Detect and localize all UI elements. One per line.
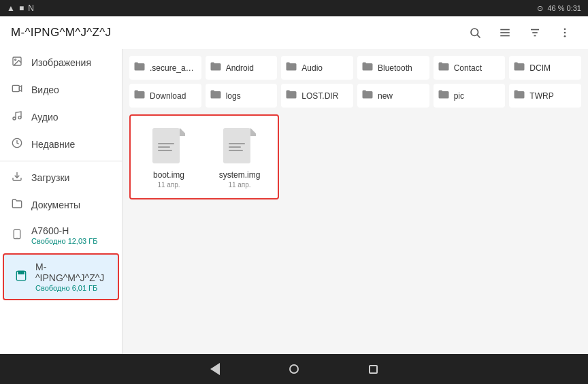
- svg-rect-24: [22, 271, 24, 274]
- status-bar: ▲ ■ N ⊙ 46 % 0:31: [0, 0, 588, 16]
- folder-item-bluetooth[interactable]: Bluetooth: [357, 56, 429, 80]
- svg-rect-13: [12, 85, 19, 91]
- battery-icon: ⊙: [537, 4, 543, 13]
- status-bar-right: ⊙ 46 % 0:31: [537, 4, 581, 13]
- svg-point-8: [564, 28, 566, 30]
- bottom-nav: [0, 354, 588, 384]
- file-icon-large: [223, 128, 256, 166]
- folder-name: Audio: [301, 63, 323, 73]
- folder-icon: [210, 61, 222, 74]
- sidebar-item-label: Документы: [31, 199, 80, 210]
- documents-icon: [11, 198, 23, 212]
- sidebar-divider: [0, 161, 122, 161]
- file-name: system.img: [219, 170, 261, 180]
- sidebar-item-images[interactable]: Изображения: [0, 49, 122, 76]
- file-name: boot.img: [153, 170, 184, 180]
- svg-point-10: [564, 35, 566, 37]
- folder-item[interactable]: Download: [129, 84, 201, 108]
- alert-icon: ▲: [7, 3, 15, 13]
- home-button[interactable]: [282, 357, 306, 381]
- filter-button[interactable]: [523, 20, 547, 45]
- video-icon: [11, 83, 23, 97]
- svg-point-16: [18, 116, 21, 119]
- sidebar: Изображения Видео Аудио: [0, 49, 122, 354]
- folder-name: new: [378, 91, 393, 101]
- page-title: M-^IPNG^M^J^Z^J: [11, 26, 111, 39]
- svg-rect-27: [158, 143, 174, 144]
- back-icon: [210, 363, 220, 375]
- svg-point-9: [564, 32, 566, 34]
- folder-item[interactable]: LOST.DIR: [281, 84, 353, 108]
- file-date: 11 апр.: [153, 181, 184, 189]
- selected-files-area: boot.img 11 апр.: [129, 114, 279, 199]
- sidebar-item-label: M-^IPNG^M^J^Z^J: [35, 261, 107, 283]
- back-button[interactable]: [203, 357, 227, 381]
- file-pane: .secure_asec Android Audio: [122, 49, 588, 354]
- images-icon: [11, 56, 23, 69]
- sidebar-item-audio[interactable]: Аудио: [0, 103, 122, 131]
- folder-name: Contact: [454, 63, 482, 73]
- folder-name: LOST.DIR: [301, 91, 338, 101]
- folder-name: .secure_asec: [150, 63, 197, 73]
- sidebar-item-label: Аудио: [31, 112, 59, 123]
- recents-icon: [369, 365, 378, 374]
- svg-rect-19: [14, 229, 20, 238]
- svg-rect-30: [223, 128, 250, 163]
- file-item-system[interactable]: system.img 11 апр.: [207, 121, 272, 193]
- search-button[interactable]: [463, 20, 487, 45]
- folder-name: pic: [454, 91, 464, 101]
- svg-rect-28: [158, 146, 170, 148]
- sidebar-item-label: Недавние: [31, 139, 75, 150]
- recents-button[interactable]: [361, 357, 385, 381]
- file-date: 11 апр.: [219, 181, 261, 189]
- folder-item[interactable]: Android: [206, 56, 278, 80]
- recent-icon: [11, 138, 23, 151]
- folder-name: DCIM: [529, 63, 551, 73]
- folder-item[interactable]: logs: [206, 84, 278, 108]
- svg-marker-14: [19, 86, 21, 91]
- svg-rect-25: [152, 128, 180, 163]
- notification-icon: ■: [19, 3, 24, 13]
- sidebar-item-label: A7600-H: [31, 225, 97, 236]
- status-bar-left: ▲ ■ N: [7, 3, 34, 13]
- toolbar-actions: [463, 20, 577, 45]
- folder-item[interactable]: Contact: [434, 56, 506, 80]
- folder-icon: [361, 89, 374, 102]
- audio-icon: [11, 110, 23, 124]
- folder-icon: [361, 61, 374, 74]
- battery-percent: 46 % 0:31: [547, 4, 581, 12]
- folder-item[interactable]: TWRP: [509, 84, 581, 108]
- sidebar-item-a7600h[interactable]: A7600-H Свободно 12,03 ГБ: [0, 219, 122, 252]
- sidebar-item-sdcard[interactable]: M-^IPNG^M^J^Z^J Свободно 6,01 ГБ: [3, 253, 119, 300]
- sidebar-item-video[interactable]: Видео: [0, 76, 122, 103]
- folder-item[interactable]: new: [357, 84, 429, 108]
- folder-name: Android: [226, 63, 254, 73]
- sidebar-item-recent[interactable]: Недавние: [0, 131, 122, 158]
- phone-icon: [11, 229, 23, 242]
- sidebar-item-documents[interactable]: Документы: [0, 191, 122, 219]
- folder-icon: [285, 89, 297, 102]
- file-item-boot[interactable]: boot.img 11 апр.: [136, 121, 201, 193]
- sidebar-item-sublabel: Свободно 12,03 ГБ: [31, 237, 97, 245]
- folder-item[interactable]: Audio: [281, 56, 353, 80]
- downloads-icon: [11, 171, 23, 185]
- folder-icon: [210, 89, 222, 102]
- list-view-button[interactable]: [493, 20, 517, 45]
- folder-icon: [513, 89, 525, 102]
- svg-point-12: [15, 59, 16, 61]
- folder-icon: [285, 61, 297, 74]
- svg-rect-29: [158, 150, 172, 151]
- folder-name: Bluetooth: [378, 63, 412, 73]
- sidebar-item-downloads[interactable]: Загрузки: [0, 164, 122, 191]
- svg-rect-22: [18, 271, 20, 274]
- folder-name: TWRP: [529, 91, 553, 101]
- folder-item[interactable]: DCIM: [509, 56, 581, 80]
- folder-icon: [133, 61, 146, 74]
- folder-item[interactable]: .secure_asec: [129, 56, 201, 80]
- more-options-button[interactable]: [553, 20, 577, 45]
- svg-rect-33: [229, 150, 243, 151]
- nfc-icon: N: [28, 3, 34, 13]
- folder-icon: [438, 89, 450, 102]
- svg-point-0: [471, 29, 478, 36]
- folder-item[interactable]: pic: [434, 84, 506, 108]
